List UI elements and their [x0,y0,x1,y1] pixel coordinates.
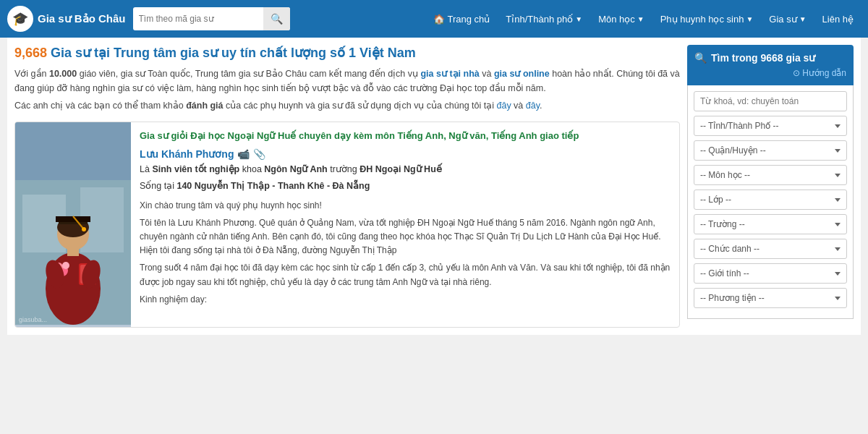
video-icon: 📹 [237,148,250,160]
svg-point-10 [82,227,86,231]
search-icon: 🔍 [694,52,707,64]
logo-area: 🎓 Gia sư Bảo Châu [7,6,126,32]
tutor-name: Lưu Khánh Phương [140,148,234,160]
tutor-bio: Xin chào trung tâm và quý phụ huynh học … [140,199,671,307]
tutor-info: Gia sư giỏi Đại học Ngoại Ngữ Huế chuyên… [131,122,679,327]
tutor-bio3: Kinh nghiệm day: [140,293,671,307]
home-icon: 🏠 [433,14,445,25]
title-select[interactable]: -- Chức danh -- [694,239,847,259]
page-title: 9,668 Gia sư tại Trung tâm gia sư uy tín… [14,45,680,61]
tutor-address: Sống tại 140 Nguyễn Thị Thập - Thanh Khê… [140,179,671,193]
nav-tutor[interactable]: Gia sư ▼ [762,9,813,29]
sidebar-search-box: 🔍 Tìm trong 9668 gia sư ⊙ Hướng dẫn [687,45,854,85]
sidebar: 🔍 Tìm trong 9668 gia sư ⊙ Hướng dẫn -- T… [687,45,854,328]
grade-select[interactable]: -- Lớp -- [694,190,847,210]
chevron-down-icon: ▼ [575,15,582,23]
nav-home[interactable]: 🏠 Trang chủ [426,9,497,29]
tutor-count: 9,668 [14,46,47,60]
pin-icon: 📎 [253,148,265,160]
chevron-down-icon: ▼ [746,15,753,23]
tutor-title: Gia sư giỏi Đại học Ngoại Ngữ Huế chuyên… [140,129,671,142]
nav-subject[interactable]: Môn học ▼ [591,9,652,29]
school-select[interactable]: -- Trường -- [694,214,847,234]
main-container: 9,668 Gia sư tại Trung tâm gia sư uy tín… [7,38,861,335]
gender-select[interactable]: -- Giới tính -- [694,263,847,284]
logo-text: Gia sư Bảo Châu [38,12,126,25]
province-select[interactable]: -- Tỉnh/Thành Phố -- [694,116,847,136]
header-search-input[interactable] [133,14,263,24]
sidebar-body: -- Tỉnh/Thành Phố -- -- Quận/Huyện -- --… [687,85,854,319]
district-select[interactable]: -- Quận/Huyện -- [694,140,847,161]
keyword-input[interactable] [694,91,847,111]
sidebar-search-title: 🔍 Tìm trong 9668 gia sư [694,52,846,64]
svg-rect-11 [67,249,79,256]
sidebar-guide[interactable]: ⊙ Hướng dẫn [694,68,846,78]
header-search-button[interactable]: 🔍 [263,7,290,30]
tutor-greeting: Xin chào trung tâm và quý phụ huynh học … [140,199,671,213]
tutor-bio2: Trong suốt 4 năm đại học tôi đã dạy kèm … [140,261,671,289]
tutor-photo: giasuba... [15,122,131,327]
tutor-name-line: Lưu Khánh Phương 📹 📎 [140,148,671,160]
site-header: 🎓 Gia sư Bảo Châu 🔍 🏠 Trang chủ Tỉnh/Thà… [0,0,868,38]
nav-parent[interactable]: Phụ huynh học sinh ▼ [653,9,761,29]
subject-select[interactable]: -- Môn học -- [694,165,847,185]
logo-icon: 🎓 [7,6,33,32]
content-area: 9,668 Gia sư tại Trung tâm gia sư uy tín… [14,45,680,328]
header-search-bar: 🔍 [133,7,290,30]
tutor-card: giasuba... Gia sư giỏi Đại học Ngoại Ngữ… [14,122,680,328]
svg-point-16 [62,262,69,269]
chevron-down-icon: ▼ [799,15,807,23]
main-nav: 🏠 Trang chủ Tỉnh/Thành phố ▼ Môn học ▼ P… [426,9,861,29]
watermark: giasuba... [19,316,47,323]
nav-province[interactable]: Tỉnh/Thành phố ▼ [498,9,590,29]
tutor-degree: Là Sinh viên tốt nghiệp khoa Ngôn Ngữ An… [140,163,671,176]
method-select[interactable]: -- Phương tiện -- [694,288,847,308]
page-title-text: Gia sư tại Trung tâm gia sư uy tín chất … [51,46,416,60]
chevron-down-icon: ▼ [637,15,644,23]
tutor-bio1: Tôi tên là Lưu Khánh Phương. Quê quán ở … [140,216,671,258]
intro-text: Với gần 10.000 giáo viên, gia sư Toàn qu… [14,67,680,113]
nav-contact[interactable]: Liên hệ [815,9,861,29]
